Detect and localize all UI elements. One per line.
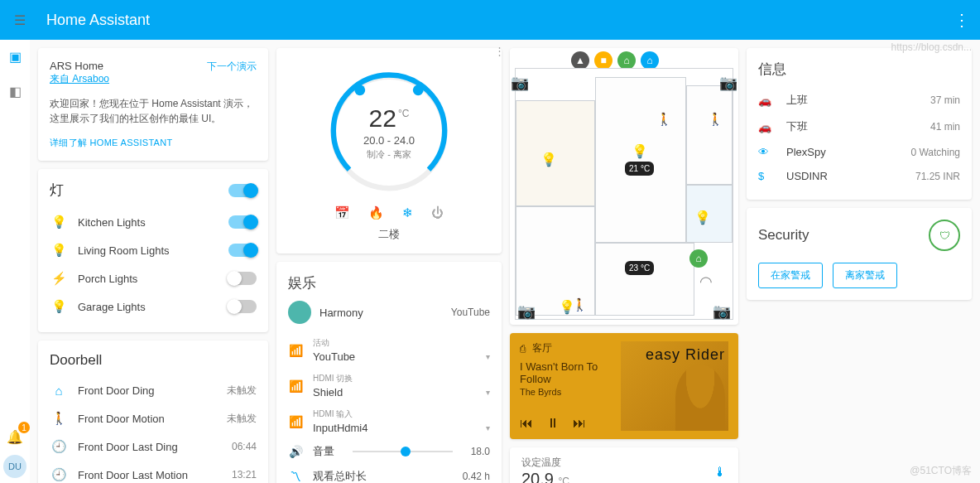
doorbell-row: 🕘Front Door Last Ding06:44 bbox=[50, 432, 257, 461]
info-row: $USDINR71.25 INR bbox=[758, 164, 960, 188]
welcome-message: 欢迎回家！您现在位于 Home Assistant 演示，这里展示了我们的社区创… bbox=[50, 96, 257, 126]
bulb-icon: 💡 bbox=[50, 215, 68, 229]
cast-icon: ⎙ bbox=[520, 343, 526, 355]
arm-home-button[interactable]: 在家警戒 bbox=[758, 263, 823, 288]
light-label: Porch Lights bbox=[78, 273, 228, 285]
camera-icon[interactable]: 📷 bbox=[713, 302, 731, 321]
menu-icon[interactable]: ☰ bbox=[10, 10, 30, 30]
arm-away-button[interactable]: 离家警戒 bbox=[833, 263, 897, 288]
security-title: Security bbox=[758, 227, 809, 244]
pause-icon[interactable]: ⏸ bbox=[546, 416, 560, 431]
info-icon: $ bbox=[758, 170, 776, 182]
doorbell-icon: ⌂ bbox=[50, 384, 68, 398]
climate-mode: 制冷 - 离家 bbox=[367, 148, 411, 161]
hdmi-input-select[interactable]: 📶HDMI 输入InputHdmi4▾ bbox=[288, 403, 490, 439]
info-icon: 🚗 bbox=[758, 121, 776, 133]
light-toggle[interactable] bbox=[228, 215, 257, 229]
climate-more-icon[interactable]: ⋮ bbox=[494, 45, 505, 57]
floorplan-body: 💡 💡 💡 💡 21 °C 23 °C 🚶 🚶 🚶 📷 📷 📷 📷 ◠ ⌂ bbox=[515, 68, 733, 320]
volume-slider[interactable] bbox=[353, 451, 453, 452]
light-toggle[interactable] bbox=[228, 244, 257, 257]
person-icon: 🚶 bbox=[708, 112, 723, 127]
doorbell-card: Doorbell ⌂Front Door Ding未触发🚶Front Door … bbox=[38, 341, 268, 483]
media-title: I Wasn't Born To Follow bbox=[520, 360, 621, 385]
fp-icon-3[interactable]: ⌂ bbox=[617, 51, 636, 70]
light-row: 💡Living Room Lights bbox=[50, 236, 257, 264]
next-icon[interactable]: ⏭ bbox=[573, 416, 586, 431]
hdmi-switch-select[interactable]: 📶HDMI 切换Shield▾ bbox=[288, 368, 490, 403]
floorplan-card[interactable]: ▲ ■ ⌂ ⌂ 💡 💡 💡 💡 21 °C 23 °C 🚶 🚶 🚶 📷 📷 📷 … bbox=[510, 48, 738, 325]
doorbell-row: 🚶Front Door Motion未触发 bbox=[50, 404, 257, 432]
person-icon: 🚶 bbox=[656, 112, 672, 127]
prev-icon[interactable]: ⏮ bbox=[520, 416, 533, 431]
doorbell-row: ⌂Front Door Ding未触发 bbox=[50, 377, 257, 404]
chart-icon: 〽 bbox=[288, 470, 303, 483]
harmony-label: Harmony bbox=[319, 307, 443, 319]
garage-icon[interactable]: ⌂ bbox=[689, 249, 708, 268]
calendar-icon[interactable]: 📅 bbox=[334, 205, 350, 220]
lights-card: 灯 💡Kitchen Lights💡Living Room Lights⚡Por… bbox=[38, 169, 268, 332]
fp-icon-1[interactable]: ▲ bbox=[571, 51, 589, 70]
power-icon[interactable]: ⏻ bbox=[431, 205, 444, 220]
lights-master-toggle[interactable] bbox=[228, 184, 257, 197]
media-poster: easy Rider bbox=[621, 341, 728, 431]
shield-icon: 🛡 bbox=[929, 220, 960, 251]
light-row: ⚡Porch Lights bbox=[50, 264, 257, 292]
watermark: @51CTO博客 bbox=[910, 464, 972, 478]
sidebar-user-icon[interactable]: ◧ bbox=[3, 80, 26, 103]
snowflake-icon[interactable]: ❄ bbox=[402, 205, 413, 220]
flame-icon[interactable]: 🔥 bbox=[368, 205, 384, 220]
learn-more-link[interactable]: 详细了解 HOME ASSISTANT bbox=[50, 138, 173, 147]
info-row: 👁PlexSpy0 Watching bbox=[758, 140, 960, 164]
app-header: ☰ Home Assistant ⋮ bbox=[0, 0, 980, 40]
climate-range: 20.0 - 24.0 bbox=[363, 134, 415, 147]
notifications-icon[interactable]: 🔔1 bbox=[3, 425, 26, 448]
author-link[interactable]: 来自 Arsaboo bbox=[50, 73, 109, 85]
sidebar-dashboard-icon[interactable]: ▣ bbox=[3, 45, 26, 68]
thermometer-icon: 🌡 bbox=[713, 465, 727, 480]
app-title: Home Assistant bbox=[46, 12, 954, 29]
camera-icon[interactable]: 📷 bbox=[511, 74, 529, 92]
bulb-icon[interactable]: 💡 bbox=[694, 210, 711, 225]
info-icon: 👁 bbox=[758, 146, 776, 158]
info-row: 🚗上班37 min bbox=[758, 87, 960, 114]
light-toggle[interactable] bbox=[228, 300, 257, 313]
light-label: Garage Lights bbox=[78, 301, 228, 313]
climate-name: 二楼 bbox=[378, 227, 400, 242]
info-row: 🚗下班41 min bbox=[758, 114, 960, 140]
bulb-icon: 💡 bbox=[50, 299, 68, 314]
doorbell-icon: 🕘 bbox=[50, 467, 68, 482]
doorbell-icon: 🚶 bbox=[50, 411, 68, 426]
more-icon[interactable]: ⋮ bbox=[954, 10, 970, 30]
bulb-icon[interactable]: 💡 bbox=[540, 152, 557, 167]
set-temp-card: 设定温度 20.9 °C 🌡 bbox=[510, 447, 738, 483]
light-row: 💡Kitchen Lights bbox=[50, 208, 257, 236]
info-card: 信息 🚗上班37 min🚗下班41 min👁PlexSpy0 Watching$… bbox=[747, 48, 972, 200]
harmony-source: YouTube bbox=[451, 307, 490, 318]
doorbell-icon: 🕘 bbox=[50, 439, 68, 454]
lights-title: 灯 bbox=[50, 181, 64, 200]
bulb-icon[interactable]: 💡 bbox=[632, 143, 648, 159]
fp-icon-2[interactable]: ■ bbox=[594, 51, 612, 70]
dome-icon[interactable]: ◠ bbox=[699, 273, 713, 291]
settemp-label: 设定温度 bbox=[521, 456, 713, 470]
sidebar: ▣ ◧ 🔔1 DU bbox=[0, 40, 30, 483]
camera-icon[interactable]: 📷 bbox=[719, 74, 737, 92]
entertainment-card: 娱乐 Harmony YouTube 📶活动YouTube▾ 📶HDMI 切换S… bbox=[276, 262, 502, 483]
welcome-card: ARS Home 来自 Arsaboo 下一个演示 欢迎回家！您现在位于 Hom… bbox=[38, 48, 268, 161]
media-player-card: ⎙客厅 I Wasn't Born To Follow The Byrds ⏮ … bbox=[510, 333, 738, 439]
security-card: Security 🛡 在家警戒 离家警戒 bbox=[747, 208, 972, 300]
fp-icon-4[interactable]: ⌂ bbox=[641, 51, 659, 70]
person-icon: 🚶 bbox=[572, 297, 588, 312]
camera-icon[interactable]: 📷 bbox=[517, 302, 536, 321]
avatar[interactable]: DU bbox=[3, 455, 26, 478]
doorbell-row: 🕘Front Door Last Motion13:21 bbox=[50, 461, 257, 483]
next-demo-link[interactable]: 下一个演示 bbox=[207, 60, 257, 86]
temp-chip: 21 °C bbox=[625, 162, 654, 176]
climate-card: ⋮ 22°C 20.0 - 24.0 制冷 - 离家 📅 🔥 ❄ ⏻ 二楼 bbox=[276, 48, 502, 254]
harmony-icon bbox=[288, 301, 311, 324]
bulb-icon: ⚡ bbox=[50, 271, 68, 286]
light-toggle[interactable] bbox=[228, 272, 257, 285]
light-label: Living Room Lights bbox=[78, 244, 228, 257]
activity-select[interactable]: 📶活动YouTube▾ bbox=[288, 332, 490, 368]
